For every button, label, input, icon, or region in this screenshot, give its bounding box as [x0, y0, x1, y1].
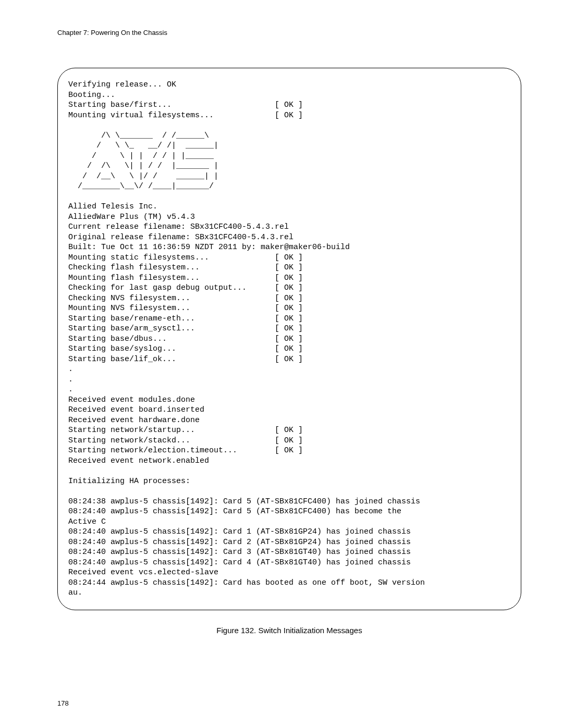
page-number: 178: [57, 699, 69, 707]
page: Chapter 7: Powering On the Chassis Verif…: [0, 0, 563, 728]
console-output-box: Verifying release... OK Booting... Start…: [57, 68, 521, 610]
console-output-text: Verifying release... OK Booting... Start…: [68, 80, 510, 598]
chapter-heading: Chapter 7: Powering On the Chassis: [57, 29, 521, 36]
figure-caption: Figure 132. Switch Initialization Messag…: [57, 626, 521, 635]
